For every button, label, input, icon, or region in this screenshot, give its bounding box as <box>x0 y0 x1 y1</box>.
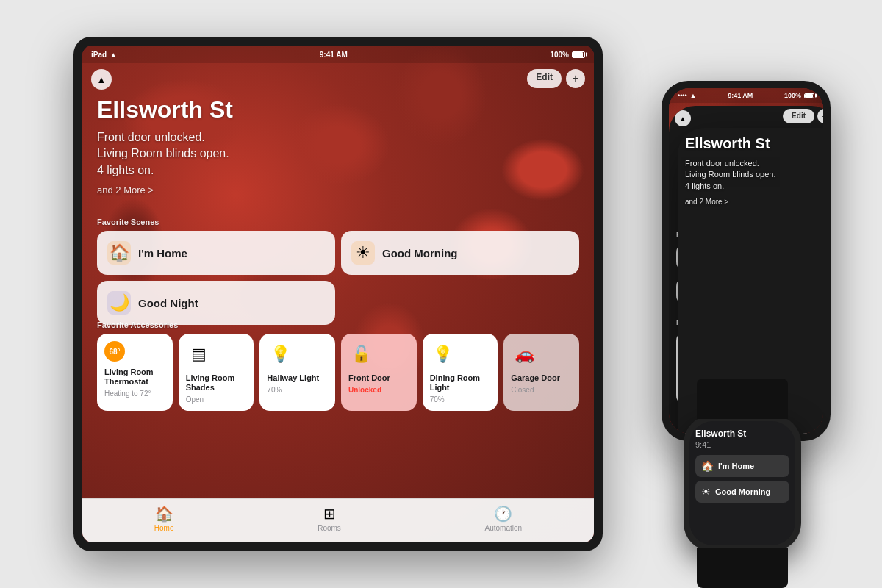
home-tab-label: Home <box>154 524 174 532</box>
acc-hallway-light[interactable]: 💡 Hallway Light 70% <box>259 334 335 411</box>
home-tab-icon: 🏠 <box>155 505 173 523</box>
ipad-more-link[interactable]: and 2 More > <box>97 184 579 196</box>
garage-icon: 🚗 <box>511 341 537 368</box>
hallway-light-name: Hallway Light <box>267 373 328 383</box>
ipad-battery-icon <box>572 51 585 58</box>
shades-status: Open <box>186 395 247 404</box>
iphone-battery-icon <box>804 93 814 98</box>
ipad-edit-button[interactable]: Edit <box>527 69 562 88</box>
watch-scene-good-morning[interactable]: ☀ Good Morning <box>695 481 789 503</box>
ipad-screen: iPad ▲ 9:41 AM 100% ▲ Edit + <box>82 46 594 542</box>
rooms-tab-label: Rooms <box>318 524 341 532</box>
im-home-label: I'm Home <box>138 247 187 259</box>
ipad-device: iPad ▲ 9:41 AM 100% ▲ Edit + <box>74 37 603 551</box>
front-door-name: Front Door <box>348 373 409 383</box>
status-left: iPad ▲ <box>91 51 117 59</box>
garage-status: Closed <box>511 386 572 394</box>
thermostat-icon: 68° <box>104 341 125 362</box>
iphone-signal: •••• <box>678 92 687 99</box>
watch-morning-icon: ☀ <box>701 486 711 498</box>
ipad-time: 9:41 AM <box>320 51 348 59</box>
dining-light-status: 70% <box>430 395 491 404</box>
rooms-tab-icon: ⊞ <box>323 505 336 523</box>
ipad-scene-im-home[interactable]: 🏠 I'm Home <box>97 231 335 275</box>
iphone-home-subtitle: Front door unlocked.Living Room blinds o… <box>685 158 823 192</box>
watch-im-home-icon: 🏠 <box>701 460 714 472</box>
ipad-battery-pct: 100% <box>550 51 569 59</box>
acc-front-door[interactable]: 🔓 Front Door Unlocked <box>341 334 417 411</box>
ipad-scenes-section: Favorite Scenes 🏠 I'm Home ☀ Good Mornin… <box>97 218 579 325</box>
good-night-icon: 🌙 <box>107 291 131 315</box>
acc-dining-light[interactable]: 💡 Dining Room Light 70% <box>423 334 498 411</box>
automation-tab-label: Automation <box>485 524 523 532</box>
ipad-scenes-grid: 🏠 I'm Home ☀ Good Morning 🌙 Good Night <box>97 231 579 325</box>
status-right: 100% <box>550 51 585 59</box>
shades-name: Living Room Shades <box>186 373 247 392</box>
iphone-more-link[interactable]: and 2 More > <box>685 198 823 206</box>
iphone-top-bar: Edit + <box>783 109 823 123</box>
ipad-scenes-label: Favorite Scenes <box>97 218 579 226</box>
watch-title: Ellsworth St <box>695 429 789 439</box>
iphone-battery-fill <box>805 94 813 98</box>
watch-time: 9:41 <box>695 440 789 449</box>
watch-screen: Ellsworth St 9:41 🏠 I'm Home ☀ Good Morn… <box>689 421 795 545</box>
good-morning-label: Good Morning <box>382 247 457 259</box>
scene-container: iPad ▲ 9:41 AM 100% ▲ Edit + <box>37 22 845 566</box>
watch-band-top <box>697 379 788 419</box>
thermostat-name: Living Room Thermostat <box>104 368 165 387</box>
watch-band-bottom <box>697 548 788 588</box>
iphone-edit-button[interactable]: Edit <box>783 109 814 123</box>
ipad-carrier: iPad <box>91 51 107 59</box>
iphone-home-title: Ellsworth St <box>685 135 823 152</box>
ipad-tab-bar: 🏠 Home ⊞ Rooms 🕐 Automation <box>82 498 594 542</box>
ipad-accessories-section: Favorite Accessories 68° Living Room The… <box>97 320 579 411</box>
ipad-scene-good-morning[interactable]: ☀ Good Morning <box>341 231 579 275</box>
hallway-light-icon: 💡 <box>267 341 293 368</box>
ipad-hero-section: Ellsworth St Front door unlocked.Living … <box>97 96 579 196</box>
im-home-icon: 🏠 <box>107 241 131 265</box>
iphone-battery-pct: 100% <box>784 92 801 99</box>
ipad-home-subtitle: Front door unlocked.Living Room blinds o… <box>97 129 579 179</box>
ipad-accessories-label: Favorite Accessories <box>97 320 579 329</box>
ipad-wifi-icon: ▲ <box>110 51 117 59</box>
watch-scene-im-home[interactable]: 🏠 I'm Home <box>695 455 789 477</box>
iphone-status-left: •••• ▲ <box>678 92 697 99</box>
automation-tab-icon: 🕐 <box>494 505 512 523</box>
iphone-wifi-icon: ▲ <box>690 92 697 99</box>
ipad-add-button[interactable]: + <box>566 69 585 88</box>
watch-morning-label: Good Morning <box>715 487 770 496</box>
battery-fill <box>573 52 583 57</box>
ipad-scene-good-night[interactable]: 🌙 Good Night <box>97 281 335 325</box>
watch-im-home-label: I'm Home <box>718 462 754 470</box>
acc-garage[interactable]: 🚗 Garage Door Closed <box>503 334 579 411</box>
acc-thermostat[interactable]: 68° Living Room Thermostat Heating to 72… <box>97 334 173 411</box>
front-door-status: Unlocked <box>348 386 409 394</box>
watch-device: Ellsworth St 9:41 🏠 I'm Home ☀ Good Morn… <box>684 415 801 551</box>
iphone-location-button[interactable]: ▲ <box>675 110 691 126</box>
thermostat-status: Heating to 72° <box>104 390 165 398</box>
dining-light-name: Dining Room Light <box>430 373 491 392</box>
acc-shades[interactable]: ▤ Living Room Shades Open <box>179 334 254 411</box>
ipad-location-button[interactable]: ▲ <box>91 69 112 90</box>
front-door-icon: 🔓 <box>348 341 375 368</box>
iphone-time: 9:41 AM <box>728 92 753 99</box>
iphone-add-button[interactable]: + <box>817 109 823 123</box>
iphone-status-right: 100% <box>784 92 814 99</box>
good-morning-icon: ☀ <box>351 241 375 265</box>
tab-rooms[interactable]: ⊞ Rooms <box>318 505 341 532</box>
hallway-light-status: 70% <box>267 386 328 394</box>
good-night-label: Good Night <box>138 297 198 309</box>
garage-name: Garage Door <box>511 373 572 383</box>
ipad-accessories-grid: 68° Living Room Thermostat Heating to 72… <box>97 334 579 411</box>
tab-automation[interactable]: 🕐 Automation <box>485 505 523 532</box>
watch-content: Ellsworth St 9:41 🏠 I'm Home ☀ Good Morn… <box>689 421 795 545</box>
dining-light-icon: 💡 <box>430 341 456 368</box>
iphone-status-bar: •••• ▲ 9:41 AM 100% <box>669 88 823 103</box>
ipad-home-content: ▲ Edit + Ellsworth St Front door unlocke… <box>82 63 594 542</box>
ipad-home-title: Ellsworth St <box>97 96 579 123</box>
shades-icon: ▤ <box>186 341 212 368</box>
ipad-status-bar: iPad ▲ 9:41 AM 100% <box>82 46 594 63</box>
tab-home[interactable]: 🏠 Home <box>154 505 174 532</box>
ipad-top-bar: Edit + <box>527 69 585 88</box>
